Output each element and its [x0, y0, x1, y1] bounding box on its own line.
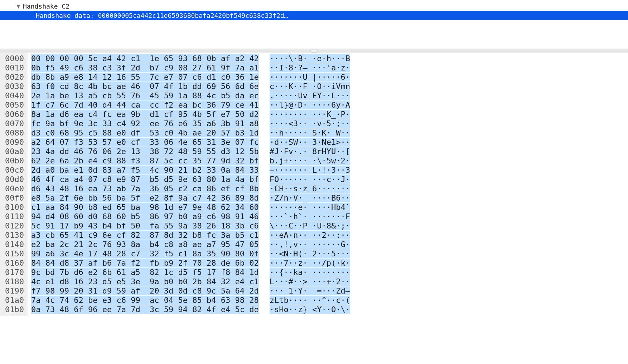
- hex-bytes-selected[interactable]: d6 43 48 16 ea 73 ab 7a 36 05 c2 ca 86 e…: [31, 184, 259, 193]
- ascii-row[interactable]: \···C··P ·U·8&·;·: [270, 221, 350, 231]
- ascii-bytes-selected[interactable]: ···7··z· ··/p(·k·: [270, 259, 350, 267]
- ascii-bytes-selected[interactable]: c···K··F ·O··iVmn: [270, 82, 350, 91]
- ascii-row[interactable]: FO······ ···c··J·: [270, 175, 350, 184]
- hex-bytes-selected[interactable]: fc 9a bf 9e 3c 33 c4 92 ee 76 e6 35 a6 3…: [31, 119, 259, 128]
- ascii-bytes-selected[interactable]: ···`·h`· ·······F: [270, 212, 350, 221]
- ascii-bytes-selected[interactable]: #J·Fv·.· 8rHYU··[: [270, 147, 350, 156]
- hex-row[interactable]: 62 2e 6a 2b e4 c9 88 f3 87 5c cc 35 77 9…: [31, 156, 259, 166]
- hex-row[interactable]: c1 aa 84 90 b8 ed 65 ba 98 1d e7 9e 48 6…: [31, 203, 259, 212]
- hex-bytes-selected[interactable]: f7 98 99 20 31 d9 59 af 20 3d 0d c8 9c 5…: [31, 286, 259, 295]
- hex-bytes-selected[interactable]: 00 00 00 00 5c a4 42 c1 1e 65 93 68 0b a…: [31, 54, 259, 63]
- tree-section-handshake[interactable]: ▼ Handshake C2: [0, 1, 628, 11]
- hex-row[interactable]: 84 84 d8 37 af b6 7a f2 fb b9 2f 70 28 d…: [31, 259, 259, 268]
- hex-bytes-selected[interactable]: 0b f5 49 c6 38 c3 3f 2d b7 c9 08 27 61 9…: [31, 63, 259, 72]
- hex-ascii-column[interactable]: ····\·B· ·e·h···B··I·8·?– ···'a·z·······…: [259, 53, 350, 316]
- hex-bytes-selected[interactable]: 94 d4 08 60 d0 68 60 b5 86 97 b0 a9 c6 9…: [31, 212, 259, 221]
- pane-splitter[interactable]: [0, 49, 628, 53]
- hex-row[interactable]: 1f c7 6c 7d 40 d4 44 ca cc f2 ea bc 36 7…: [31, 100, 259, 110]
- hex-row[interactable]: 5c 91 17 b9 43 b4 bf 50 fa 55 9a 38 26 1…: [31, 221, 259, 231]
- hex-row[interactable]: 00 00 00 00 5c a4 42 c1 1e 65 93 68 0b a…: [31, 54, 259, 63]
- ascii-row[interactable]: ··{··ka· ········: [270, 268, 350, 277]
- ascii-row[interactable]: ·sHo··z} <Y··O·\·: [270, 305, 350, 314]
- ascii-bytes-selected[interactable]: ··,!,v·· ······G·: [270, 240, 350, 249]
- hex-row[interactable]: 4c e1 d8 16 23 d5 e5 3e 9a b0 b0 2b 84 3…: [31, 277, 259, 286]
- ascii-row[interactable]: c···K··F ·O··iVmn: [270, 82, 350, 91]
- hex-row[interactable]: 7a 4c 74 62 be e3 c6 99 ac 04 5e 85 b4 6…: [31, 296, 259, 305]
- ascii-row[interactable]: ··I·8·?– ···'a·z·: [270, 63, 350, 73]
- hex-bytes-selected[interactable]: 63 f0 cd 8c 4b bc ae 46 07 4f 1b dd 69 5…: [31, 82, 259, 91]
- hex-bytes-selected[interactable]: 99 a6 3c 4e 17 48 28 c7 32 f5 c1 8a 35 9…: [31, 249, 259, 258]
- ascii-bytes-selected[interactable]: FO······ ···c··J·: [270, 175, 350, 184]
- hex-bytes-selected[interactable]: 23 4a dd 46 76 06 2e 13 38 72 48 59 55 d…: [31, 147, 259, 156]
- ascii-bytes-selected[interactable]: ·sHo··z} <Y··O·\·: [270, 305, 350, 314]
- ascii-bytes-selected[interactable]: b.j+···· ·\·5w·2·: [270, 156, 350, 165]
- hex-row[interactable]: d3 c0 68 95 c5 88 e0 df 53 c0 4b ae 20 5…: [31, 128, 259, 138]
- ascii-row[interactable]: ····\·B· ·e·h···B: [270, 54, 350, 63]
- ascii-bytes-selected[interactable]: ··{··ka· ········: [270, 268, 350, 277]
- hex-row[interactable]: a2 64 07 f3 53 57 e0 cf 33 06 4e 65 31 3…: [31, 138, 259, 147]
- ascii-bytes-selected[interactable]: ····<3·· ·v·5·;··: [270, 119, 350, 128]
- hex-bytes-selected[interactable]: 84 84 d8 37 af b6 7a f2 fb b9 2f 70 28 d…: [31, 259, 259, 267]
- hex-bytes-selected[interactable]: 1f c7 6c 7d 40 d4 44 ca cc f2 ea bc 36 7…: [31, 100, 259, 109]
- ascii-bytes-selected[interactable]: ··<N·H(· 2···5···: [270, 249, 350, 258]
- ascii-bytes-selected[interactable]: L···#··> ···+·2··: [270, 277, 350, 286]
- ascii-row[interactable]: L···#··> ···+·2··: [270, 277, 350, 286]
- hex-row[interactable]: 9c bd 7b d6 e2 6b 61 a5 82 1c d5 f5 17 f…: [31, 268, 259, 277]
- ascii-row[interactable]: ·······U |·····6·: [270, 73, 350, 82]
- ascii-bytes-selected[interactable]: ······e· ····Hb4`: [270, 203, 350, 212]
- ascii-bytes-selected[interactable]: .·····Uv EY··L···: [270, 91, 350, 100]
- ascii-row[interactable]: ·d··SW·· 3·Ne1>··: [270, 138, 350, 147]
- hex-row[interactable]: 94 d4 08 60 d0 68 60 b5 86 97 b0 a9 c6 9…: [31, 212, 259, 221]
- ascii-row[interactable]: zLtb···· ··^··c·(: [270, 296, 350, 305]
- hex-bytes-selected[interactable]: 62 2e 6a 2b e4 c9 88 f3 87 5c cc 35 77 9…: [31, 156, 259, 165]
- ascii-bytes-selected[interactable]: ·CH··s·z 6·······: [270, 184, 350, 193]
- hex-bytes-selected[interactable]: d3 c0 68 95 c5 88 e0 df 53 c0 4b ae 20 5…: [31, 128, 259, 137]
- hex-row[interactable]: 8a 1a d6 ea c4 fc ea 9b d1 cf 95 4b 5f e…: [31, 110, 259, 119]
- ascii-bytes-selected[interactable]: ········ ···K_·P·: [270, 110, 350, 119]
- ascii-bytes-selected[interactable]: ··I·8·?– ···'a·z·: [270, 63, 350, 72]
- ascii-bytes-selected[interactable]: ·······U |·····6·: [270, 73, 350, 82]
- ascii-row[interactable]: ······e· ····Hb4`: [270, 203, 350, 212]
- ascii-row[interactable]: ····<3·· ·v·5·;··: [270, 119, 350, 128]
- hex-row[interactable]: 46 4f ca a4 07 c8 e9 87 b5 d5 9e 63 80 1…: [31, 175, 259, 184]
- ascii-row[interactable]: ···`·h`· ·······F: [270, 212, 350, 221]
- ascii-bytes-selected[interactable]: ··eA·n·· ··2··:··: [270, 231, 350, 240]
- ascii-row[interactable]: ········ ···K_·P·: [270, 110, 350, 119]
- ascii-row[interactable]: ··l}@·D· ····6y·A: [270, 100, 350, 110]
- hex-dump-pane[interactable]: 0000001000200030004000500060007000800090…: [0, 53, 628, 316]
- ascii-row[interactable]: #J·Fv·.· 8rHYU··[: [270, 147, 350, 156]
- hex-row[interactable]: 2d a0 ba e1 0d 83 a7 f5 4c 90 21 b2 33 0…: [31, 166, 259, 175]
- hex-bytes-selected[interactable]: 7a 4c 74 62 be e3 c6 99 ac 04 5e 85 b4 6…: [31, 296, 259, 305]
- hex-row[interactable]: 0a 73 48 6f 96 ee 7a 7d 3c 59 94 82 4f e…: [31, 305, 259, 314]
- hex-row[interactable]: 63 f0 cd 8c 4b bc ae 46 07 4f 1b dd 69 5…: [31, 82, 259, 91]
- hex-bytes-column[interactable]: 00 00 00 00 5c a4 42 c1 1e 65 93 68 0b a…: [28, 53, 259, 316]
- hex-row[interactable]: d6 43 48 16 ea 73 ab 7a 36 05 c2 ca 86 e…: [31, 184, 259, 193]
- ascii-row[interactable]: ··<N·H(· 2···5···: [270, 249, 350, 259]
- hex-row[interactable]: 23 4a dd 46 76 06 2e 13 38 72 48 59 55 d…: [31, 147, 259, 156]
- ascii-row[interactable]: ··h····· S·K· W··: [270, 128, 350, 138]
- ascii-row[interactable]: .·····Uv EY··L···: [270, 91, 350, 100]
- hex-bytes-selected[interactable]: 2d a0 ba e1 0d 83 a7 f5 4c 90 21 b2 33 0…: [31, 166, 259, 174]
- ascii-bytes-selected[interactable]: –······· L·!·3··3: [270, 166, 350, 174]
- ascii-row[interactable]: ···7··z· ··/p(·k·: [270, 259, 350, 268]
- hex-row[interactable]: f7 98 99 20 31 d9 59 af 20 3d 0d c8 9c 5…: [31, 286, 259, 296]
- hex-bytes-selected[interactable]: 0a 73 48 6f 96 ee 7a 7d 3c 59 94 82 4f e…: [31, 305, 259, 314]
- hex-row[interactable]: e8 5a 2f 6e bb 56 ba 5f e2 8f 9a c7 42 3…: [31, 193, 259, 203]
- hex-bytes-selected[interactable]: db 8b a9 e8 14 12 16 55 7c e7 07 c6 d1 c…: [31, 73, 259, 82]
- ascii-bytes-selected[interactable]: ··· 1·Y· =···Zd–: [270, 286, 350, 295]
- hex-bytes-selected[interactable]: 2e 1a be 13 a5 cb 55 76 45 59 1a 88 4c b…: [31, 91, 259, 100]
- hex-row[interactable]: 99 a6 3c 4e 17 48 28 c7 32 f5 c1 8a 35 9…: [31, 249, 259, 259]
- ascii-bytes-selected[interactable]: ·d··SW·· 3·Ne1>··: [270, 138, 350, 147]
- ascii-row[interactable]: –······· L·!·3··3: [270, 166, 350, 175]
- ascii-row[interactable]: ··· 1·Y· =···Zd–: [270, 286, 350, 296]
- hex-bytes-selected[interactable]: c1 aa 84 90 b8 ed 65 ba 98 1d e7 9e 48 6…: [31, 203, 259, 212]
- hex-bytes-selected[interactable]: 8a 1a d6 ea c4 fc ea 9b d1 cf 95 4b 5f e…: [31, 110, 259, 119]
- hex-row[interactable]: 0b f5 49 c6 38 c3 3f 2d b7 c9 08 27 61 9…: [31, 63, 259, 73]
- ascii-bytes-selected[interactable]: ·Z/n·V·_ ····B6··: [270, 193, 350, 202]
- ascii-row[interactable]: b.j+···· ·\·5w·2·: [270, 156, 350, 166]
- packet-details-pane[interactable]: ▼ Handshake C2 Handshake data: 000000005…: [0, 0, 628, 49]
- ascii-row[interactable]: ··,!,v·· ······G·: [270, 240, 350, 249]
- ascii-bytes-selected[interactable]: ··l}@·D· ····6y·A: [270, 100, 350, 109]
- hex-bytes-selected[interactable]: 46 4f ca a4 07 c8 e9 87 b5 d5 9e 63 80 1…: [31, 175, 259, 184]
- ascii-bytes-selected[interactable]: \···C··P ·U·8&·;·: [270, 221, 350, 230]
